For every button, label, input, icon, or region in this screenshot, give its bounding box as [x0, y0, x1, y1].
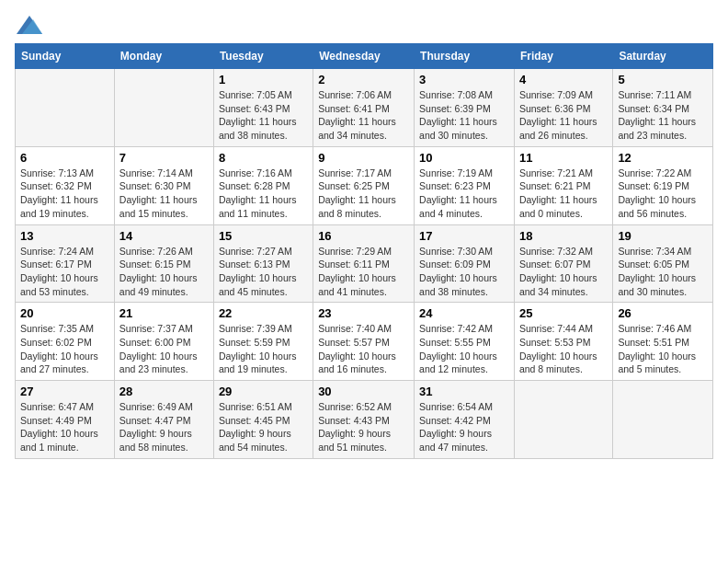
- day-info: Sunrise: 7:05 AM Sunset: 6:43 PM Dayligh…: [219, 88, 308, 143]
- day-number: 3: [419, 73, 509, 86]
- calendar-cell: 6Sunrise: 7:13 AM Sunset: 6:32 PM Daylig…: [16, 146, 115, 224]
- calendar-cell: 8Sunrise: 7:16 AM Sunset: 6:28 PM Daylig…: [213, 146, 313, 224]
- day-number: 2: [318, 73, 409, 86]
- weekday-header-row: SundayMondayTuesdayWednesdayThursdayFrid…: [16, 44, 713, 69]
- day-info: Sunrise: 7:32 AM Sunset: 6:07 PM Dayligh…: [519, 245, 608, 299]
- day-info: Sunrise: 7:37 AM Sunset: 6:00 PM Dayligh…: [119, 322, 209, 376]
- page-header: [15, 15, 713, 34]
- day-number: 29: [219, 385, 308, 398]
- day-number: 25: [519, 306, 608, 320]
- weekday-header-thursday: Thursday: [415, 44, 515, 69]
- calendar-cell: 15Sunrise: 7:27 AM Sunset: 6:13 PM Dayli…: [213, 224, 313, 303]
- day-info: Sunrise: 7:34 AM Sunset: 6:05 PM Dayligh…: [618, 245, 708, 299]
- calendar-cell: 26Sunrise: 7:46 AM Sunset: 5:51 PM Dayli…: [613, 303, 713, 381]
- calendar-cell: [514, 381, 612, 459]
- calendar-cell: 4Sunrise: 7:09 AM Sunset: 6:36 PM Daylig…: [514, 69, 612, 147]
- day-number: 14: [119, 229, 209, 243]
- day-number: 4: [519, 73, 608, 86]
- calendar-cell: [613, 381, 713, 459]
- day-info: Sunrise: 7:40 AM Sunset: 5:57 PM Dayligh…: [318, 322, 409, 376]
- day-info: Sunrise: 6:49 AM Sunset: 4:47 PM Dayligh…: [119, 400, 209, 454]
- logo: [15, 15, 42, 34]
- weekday-header-wednesday: Wednesday: [313, 44, 415, 69]
- day-info: Sunrise: 7:35 AM Sunset: 6:02 PM Dayligh…: [20, 322, 109, 376]
- day-info: Sunrise: 7:24 AM Sunset: 6:17 PM Dayligh…: [20, 245, 109, 299]
- calendar-cell: 13Sunrise: 7:24 AM Sunset: 6:17 PM Dayli…: [16, 224, 115, 303]
- day-info: Sunrise: 7:11 AM Sunset: 6:34 PM Dayligh…: [618, 88, 708, 143]
- calendar-cell: 22Sunrise: 7:39 AM Sunset: 5:59 PM Dayli…: [213, 303, 313, 381]
- day-number: 24: [419, 306, 509, 320]
- calendar-cell: 21Sunrise: 7:37 AM Sunset: 6:00 PM Dayli…: [114, 303, 213, 381]
- weekday-header-sunday: Sunday: [16, 44, 115, 69]
- day-info: Sunrise: 7:16 AM Sunset: 6:28 PM Dayligh…: [219, 167, 308, 221]
- weekday-header-monday: Monday: [114, 44, 213, 69]
- calendar-cell: 7Sunrise: 7:14 AM Sunset: 6:30 PM Daylig…: [114, 146, 213, 224]
- day-number: 22: [219, 306, 308, 320]
- calendar-cell: 5Sunrise: 7:11 AM Sunset: 6:34 PM Daylig…: [613, 69, 713, 147]
- weekday-header-friday: Friday: [514, 44, 612, 69]
- calendar-cell: 24Sunrise: 7:42 AM Sunset: 5:55 PM Dayli…: [415, 303, 515, 381]
- calendar-cell: [114, 69, 213, 147]
- weekday-header-saturday: Saturday: [613, 44, 713, 69]
- calendar-week-row: 1Sunrise: 7:05 AM Sunset: 6:43 PM Daylig…: [16, 69, 713, 147]
- day-number: 8: [219, 151, 308, 165]
- calendar-cell: 29Sunrise: 6:51 AM Sunset: 4:45 PM Dayli…: [213, 381, 313, 459]
- weekday-header-tuesday: Tuesday: [213, 44, 313, 69]
- day-number: 15: [219, 229, 308, 243]
- calendar-cell: 19Sunrise: 7:34 AM Sunset: 6:05 PM Dayli…: [613, 224, 713, 303]
- day-info: Sunrise: 7:42 AM Sunset: 5:55 PM Dayligh…: [419, 322, 509, 376]
- day-info: Sunrise: 7:30 AM Sunset: 6:09 PM Dayligh…: [419, 245, 509, 299]
- calendar-cell: 14Sunrise: 7:26 AM Sunset: 6:15 PM Dayli…: [114, 224, 213, 303]
- calendar-cell: 17Sunrise: 7:30 AM Sunset: 6:09 PM Dayli…: [415, 224, 515, 303]
- calendar-cell: 18Sunrise: 7:32 AM Sunset: 6:07 PM Dayli…: [514, 224, 612, 303]
- day-info: Sunrise: 7:19 AM Sunset: 6:23 PM Dayligh…: [419, 167, 509, 221]
- day-info: Sunrise: 7:29 AM Sunset: 6:11 PM Dayligh…: [318, 245, 409, 299]
- day-info: Sunrise: 7:06 AM Sunset: 6:41 PM Dayligh…: [318, 88, 409, 143]
- calendar-cell: 9Sunrise: 7:17 AM Sunset: 6:25 PM Daylig…: [313, 146, 415, 224]
- calendar-cell: 12Sunrise: 7:22 AM Sunset: 6:19 PM Dayli…: [613, 146, 713, 224]
- day-info: Sunrise: 7:14 AM Sunset: 6:30 PM Dayligh…: [119, 167, 209, 221]
- day-number: 20: [20, 306, 109, 320]
- day-number: 27: [20, 385, 109, 398]
- calendar-cell: 20Sunrise: 7:35 AM Sunset: 6:02 PM Dayli…: [16, 303, 115, 381]
- calendar-cell: 1Sunrise: 7:05 AM Sunset: 6:43 PM Daylig…: [213, 69, 313, 147]
- day-info: Sunrise: 7:27 AM Sunset: 6:13 PM Dayligh…: [219, 245, 308, 299]
- day-number: 6: [20, 151, 109, 165]
- day-info: Sunrise: 7:17 AM Sunset: 6:25 PM Dayligh…: [318, 167, 409, 221]
- day-info: Sunrise: 7:09 AM Sunset: 6:36 PM Dayligh…: [519, 88, 608, 143]
- calendar-week-row: 6Sunrise: 7:13 AM Sunset: 6:32 PM Daylig…: [16, 146, 713, 224]
- logo-icon: [17, 16, 42, 34]
- calendar-cell: 10Sunrise: 7:19 AM Sunset: 6:23 PM Dayli…: [415, 146, 515, 224]
- day-number: 13: [20, 229, 109, 243]
- day-number: 30: [318, 385, 409, 398]
- calendar-cell: [16, 69, 115, 147]
- day-info: Sunrise: 6:47 AM Sunset: 4:49 PM Dayligh…: [20, 400, 109, 454]
- day-info: Sunrise: 7:08 AM Sunset: 6:39 PM Dayligh…: [419, 88, 509, 143]
- calendar-cell: 16Sunrise: 7:29 AM Sunset: 6:11 PM Dayli…: [313, 224, 415, 303]
- day-info: Sunrise: 6:54 AM Sunset: 4:42 PM Dayligh…: [419, 400, 509, 454]
- day-info: Sunrise: 7:13 AM Sunset: 6:32 PM Dayligh…: [20, 167, 109, 221]
- day-number: 26: [618, 306, 708, 320]
- day-number: 10: [419, 151, 509, 165]
- day-number: 28: [119, 385, 209, 398]
- calendar-cell: 28Sunrise: 6:49 AM Sunset: 4:47 PM Dayli…: [114, 381, 213, 459]
- day-number: 21: [119, 306, 209, 320]
- calendar-cell: 27Sunrise: 6:47 AM Sunset: 4:49 PM Dayli…: [16, 381, 115, 459]
- day-number: 9: [318, 151, 409, 165]
- calendar-cell: 23Sunrise: 7:40 AM Sunset: 5:57 PM Dayli…: [313, 303, 415, 381]
- day-number: 31: [419, 385, 509, 398]
- calendar-cell: 2Sunrise: 7:06 AM Sunset: 6:41 PM Daylig…: [313, 69, 415, 147]
- day-number: 5: [618, 73, 708, 86]
- calendar-week-row: 20Sunrise: 7:35 AM Sunset: 6:02 PM Dayli…: [16, 303, 713, 381]
- calendar-week-row: 13Sunrise: 7:24 AM Sunset: 6:17 PM Dayli…: [16, 224, 713, 303]
- day-info: Sunrise: 7:22 AM Sunset: 6:19 PM Dayligh…: [618, 167, 708, 221]
- day-number: 16: [318, 229, 409, 243]
- day-info: Sunrise: 7:39 AM Sunset: 5:59 PM Dayligh…: [219, 322, 308, 376]
- day-number: 19: [618, 229, 708, 243]
- day-number: 17: [419, 229, 509, 243]
- day-number: 18: [519, 229, 608, 243]
- day-info: Sunrise: 7:26 AM Sunset: 6:15 PM Dayligh…: [119, 245, 209, 299]
- calendar-cell: 25Sunrise: 7:44 AM Sunset: 5:53 PM Dayli…: [514, 303, 612, 381]
- day-number: 1: [219, 73, 308, 86]
- calendar-table: SundayMondayTuesdayWednesdayThursdayFrid…: [15, 43, 713, 459]
